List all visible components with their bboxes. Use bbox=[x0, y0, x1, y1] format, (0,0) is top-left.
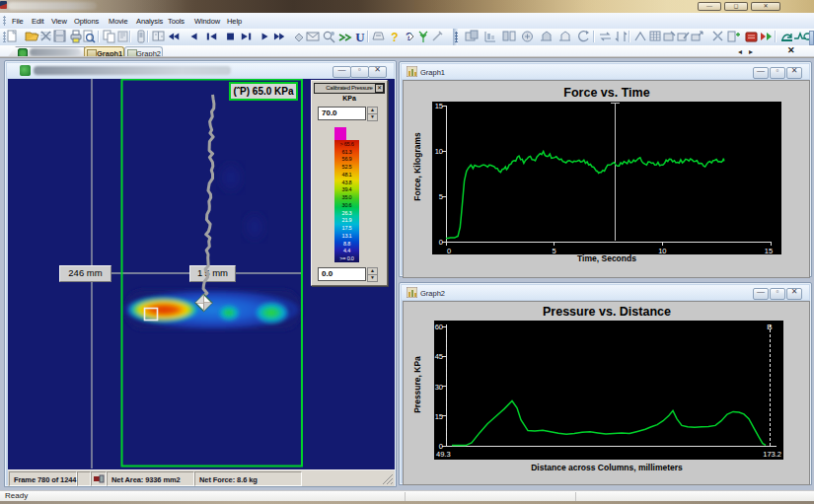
svg-text:Time, Seconds: Time, Seconds bbox=[577, 253, 636, 263]
svg-text:45: 45 bbox=[435, 352, 443, 361]
svg-text:10: 10 bbox=[435, 147, 443, 156]
svg-text:Force vs. Time: Force vs. Time bbox=[563, 86, 649, 100]
svg-text:Distance across Columns, milli: Distance across Columns, millimeters bbox=[531, 463, 683, 472]
svg-text:0: 0 bbox=[447, 247, 451, 255]
svg-text:173.2: 173.2 bbox=[763, 450, 781, 459]
svg-text:Force, Kilograms: Force, Kilograms bbox=[412, 132, 422, 201]
svg-text:15: 15 bbox=[435, 102, 443, 110]
svg-text:49.3: 49.3 bbox=[436, 450, 451, 459]
svg-text:U: U bbox=[355, 30, 365, 43]
svg-text:30: 30 bbox=[435, 383, 443, 392]
svg-text:5: 5 bbox=[439, 192, 443, 201]
svg-text:5: 5 bbox=[553, 247, 556, 255]
svg-text:Pressure vs. Distance: Pressure vs. Distance bbox=[543, 305, 671, 319]
svg-text:60: 60 bbox=[435, 323, 443, 331]
svg-text:15: 15 bbox=[765, 247, 773, 255]
svg-text:Pressure, KPa: Pressure, KPa bbox=[412, 356, 422, 413]
svg-text:0: 0 bbox=[439, 238, 443, 247]
svg-text:10: 10 bbox=[658, 247, 666, 255]
svg-text:15: 15 bbox=[435, 412, 443, 421]
svg-text:?: ? bbox=[391, 31, 398, 43]
svg-text:B: B bbox=[767, 323, 772, 331]
